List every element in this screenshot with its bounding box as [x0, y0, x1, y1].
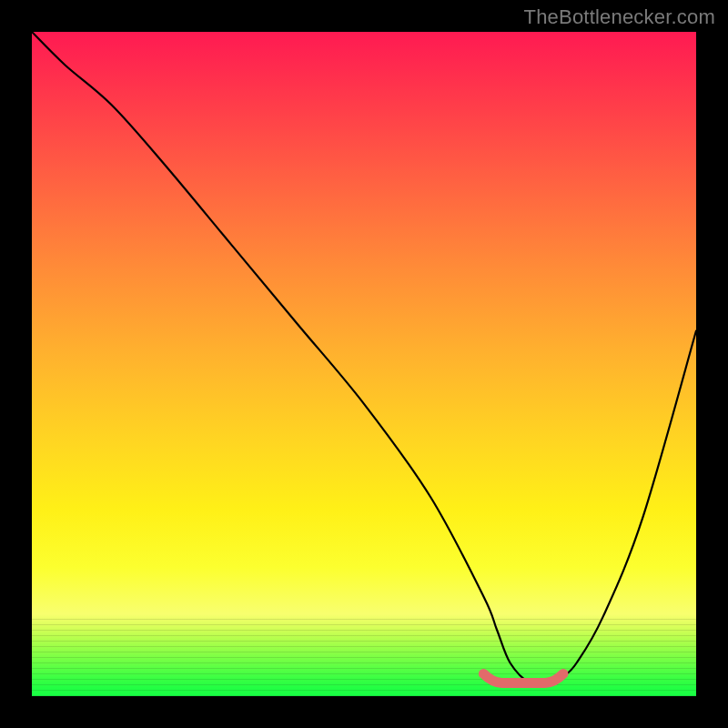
chart-frame: TheBottlenecker.com — [0, 0, 728, 728]
optimal-band-highlight — [483, 673, 563, 682]
watermark-text: TheBottlenecker.com — [524, 5, 715, 29]
bottleneck-curve-path — [32, 32, 696, 684]
plot-area — [32, 32, 696, 696]
chart-svg — [32, 32, 696, 696]
